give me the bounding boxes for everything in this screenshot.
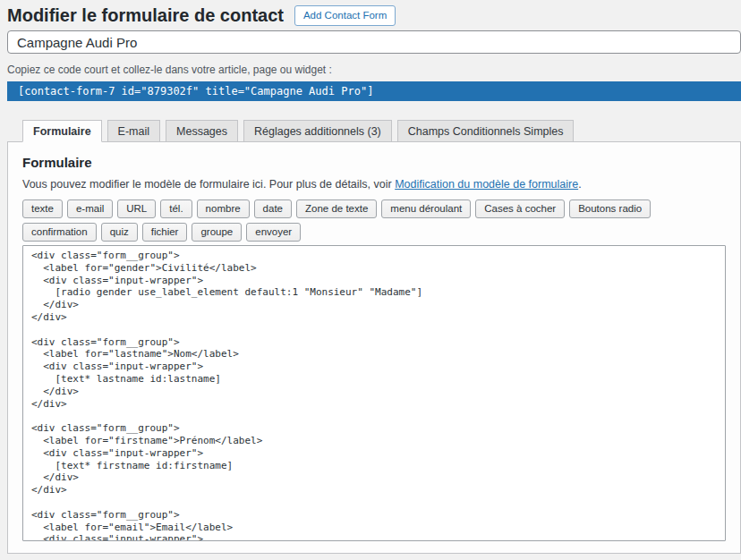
admin-page: Modifier le formulaire de contact Add Co… [7,0,741,560]
form-title-input[interactable] [7,30,741,54]
tag-button-tel[interactable]: tél. [160,199,192,218]
panel-description: Vous pouvez modifier le modèle de formul… [22,178,726,191]
add-contact-form-button[interactable]: Add Contact Form [294,5,396,26]
shortcode-instruction: Copiez ce code court et collez-le dans v… [7,64,741,76]
tag-button-fichier[interactable]: fichier [142,223,188,242]
tab-champs-conditionnels[interactable]: Champs Conditionnels Simples [397,120,575,142]
shortcode-value[interactable]: [contact-form-7 id="879302f" title="Camp… [7,81,741,101]
tag-generator-toolbar: texte e-mail URL tél. nombre date Zone d… [22,199,726,242]
tag-button-envoyer[interactable]: envoyer [246,223,301,242]
panel-description-text: Vous pouvez modifier le modèle de formul… [22,178,395,191]
tag-button-groupe[interactable]: groupe [192,223,242,242]
tag-button-zone-de-texte[interactable]: Zone de texte [296,199,377,218]
tag-button-quiz[interactable]: quiz [101,223,138,242]
tag-button-confirmation[interactable]: confirmation [22,223,97,242]
tag-button-email[interactable]: e-mail [67,199,113,218]
tag-button-url[interactable]: URL [117,199,156,218]
form-template-editor[interactable]: <div class="form__group"> <label for="ge… [22,245,726,541]
form-panel: Formulaire Vous pouvez modifier le modèl… [7,141,741,554]
panel-description-period: . [578,178,581,191]
tab-formulaire[interactable]: Formulaire [22,120,102,142]
tab-messages[interactable]: Messages [166,120,238,142]
tag-button-date[interactable]: date [254,199,292,218]
panel-heading: Formulaire [22,155,726,170]
template-editing-link[interactable]: Modification du modèle de formulaire [395,178,578,191]
tab-reglages-additionnels[interactable]: Réglages additionnels (3) [243,120,392,142]
page-header: Modifier le formulaire de contact Add Co… [7,0,741,27]
tag-button-cases-a-cocher[interactable]: Cases à cocher [475,199,565,218]
tag-button-nombre[interactable]: nombre [197,199,250,218]
tab-email[interactable]: E-mail [107,120,160,142]
tag-button-menu-deroulant[interactable]: menu déroulant [381,199,471,218]
editor-tabs: Formulaire E-mail Messages Réglages addi… [7,120,741,141]
tag-button-boutons-radio[interactable]: Boutons radio [569,199,651,218]
tag-button-texte[interactable]: texte [22,199,63,218]
page-title: Modifier le formulaire de contact [7,5,284,26]
